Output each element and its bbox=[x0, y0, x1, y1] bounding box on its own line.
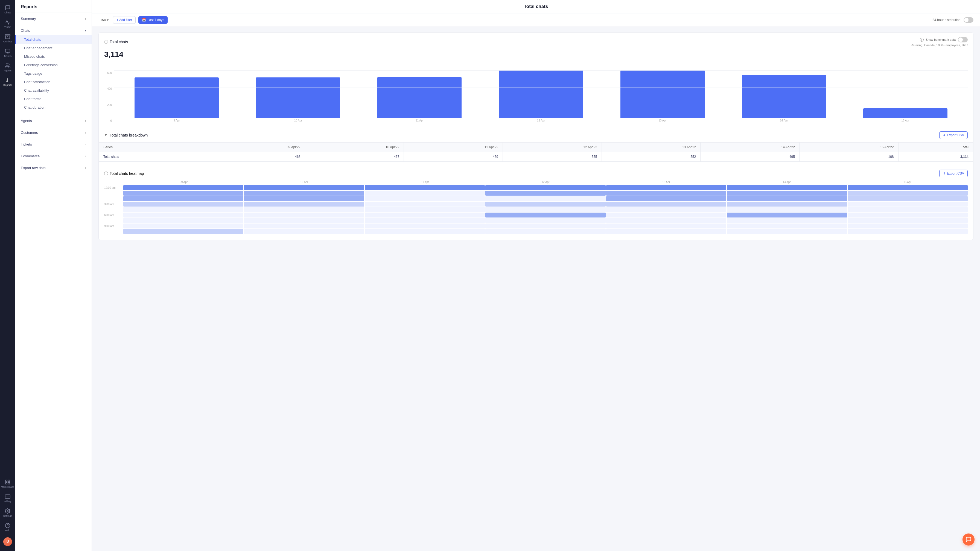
total-chats-title: i Total chats bbox=[104, 40, 128, 44]
nav-sub-item-missed-chats[interactable]: Missed chats bbox=[15, 52, 92, 61]
export-csv-button[interactable]: ⬇ Export CSV bbox=[939, 131, 968, 139]
bar-13-apr[interactable]: 13 Apr bbox=[602, 70, 723, 122]
heatmap-row-12am-1: 12:00 am bbox=[104, 185, 968, 190]
bar-9-apr[interactable]: 9 Apr bbox=[116, 70, 237, 122]
sidebar-item-tickets[interactable]: Tickets bbox=[1, 46, 14, 60]
nav-item-export-raw-data[interactable]: Export raw data › bbox=[15, 163, 92, 173]
chevron-right-icon: › bbox=[85, 119, 86, 123]
svg-point-5 bbox=[6, 64, 8, 66]
nav-section-tickets: Tickets › bbox=[15, 139, 92, 150]
col-13apr: 13 Apr'22 bbox=[601, 143, 700, 152]
svg-point-15 bbox=[7, 511, 8, 512]
sidebar-item-agents[interactable]: Agents bbox=[1, 61, 14, 74]
chevron-right-icon: › bbox=[85, 131, 86, 135]
page-title: Total chats bbox=[92, 0, 980, 13]
col-14apr: 14 Apr'22 bbox=[700, 143, 800, 152]
chat-fab-button[interactable] bbox=[963, 533, 975, 546]
nav-item-chats-header[interactable]: Chats ‹ bbox=[15, 26, 92, 35]
sidebar-item-traffic[interactable]: Traffic bbox=[1, 17, 14, 31]
chats-sub-items: Total chats Chat engagement Missed chats… bbox=[15, 35, 92, 114]
nav-item-customers[interactable]: Customers › bbox=[15, 128, 92, 137]
benchmark-info-icon[interactable]: i bbox=[920, 38, 924, 41]
bar-12-apr[interactable]: 12 Apr bbox=[481, 70, 601, 122]
chevron-down-icon: ‹ bbox=[85, 29, 86, 33]
heatmap-col-headers: 09 Apr 10 Apr 11 Apr 12 Apr 13 Apr 14 Ap… bbox=[123, 181, 968, 185]
add-filter-button[interactable]: + Add filter bbox=[113, 16, 135, 24]
nav-sub-item-chat-engagement[interactable]: Chat engagement bbox=[15, 44, 92, 52]
total-chats-card: i Total chats i Show benchmark data Reta… bbox=[99, 32, 974, 240]
sidebar-item-chats[interactable]: Chats bbox=[1, 3, 14, 16]
heatmap-row-9am-1: 9:00 am bbox=[104, 223, 968, 228]
nav-sub-item-greetings-conversion[interactable]: Greetings conversion bbox=[15, 61, 92, 69]
bar-chart-container: 600 400 200 0 bbox=[99, 62, 973, 128]
nav-sub-item-chat-forms[interactable]: Chat forms bbox=[15, 95, 92, 103]
nav-sub-item-chat-satisfaction[interactable]: Chat satisfaction bbox=[15, 78, 92, 86]
svg-rect-9 bbox=[6, 480, 7, 482]
heatmap-row-12am-2 bbox=[104, 191, 968, 196]
svg-rect-2 bbox=[5, 49, 10, 53]
bar-11-apr[interactable]: 11 Apr bbox=[359, 70, 480, 122]
collapse-icon: ▼ bbox=[104, 133, 107, 137]
nav-item-ecommerce[interactable]: Ecommerce › bbox=[15, 151, 92, 161]
svg-point-16 bbox=[5, 523, 10, 528]
heatmap-row-6am-2 bbox=[104, 218, 968, 223]
bar-10-apr[interactable]: 10 Apr bbox=[238, 70, 358, 122]
nav-section-ecommerce: Ecommerce › bbox=[15, 150, 92, 162]
nav-item-agents[interactable]: Agents › bbox=[15, 116, 92, 126]
svg-rect-0 bbox=[5, 35, 10, 36]
nav-item-tickets[interactable]: Tickets › bbox=[15, 140, 92, 149]
total-chats-info-icon[interactable]: i bbox=[104, 40, 108, 44]
sidebar-item-billing[interactable]: Billing bbox=[1, 492, 14, 505]
table-row: Total chats 468 467 469 555 552 495 108 … bbox=[99, 152, 973, 162]
chevron-right-icon: › bbox=[85, 154, 86, 158]
date-filter-button[interactable]: 📅 Last 7 days bbox=[138, 16, 168, 24]
left-navigation: Reports Summary › Chats ‹ Total chats Ch… bbox=[15, 0, 92, 551]
chevron-right-icon: › bbox=[85, 166, 86, 170]
sidebar-item-help[interactable]: Help bbox=[1, 521, 14, 534]
col-12apr: 12 Apr'22 bbox=[503, 143, 602, 152]
col-total: Total bbox=[898, 143, 973, 152]
nav-section-agents: Agents › bbox=[15, 115, 92, 127]
svg-rect-13 bbox=[5, 495, 10, 498]
sidebar-item-settings[interactable]: Settings bbox=[1, 506, 14, 519]
breakdown-table: Series 09 Apr'22 10 Apr'22 11 Apr'22 12 … bbox=[99, 142, 973, 162]
col-11apr: 11 Apr'22 bbox=[404, 143, 503, 152]
breakdown-header[interactable]: ▼ Total chats breakdown ⬇ Export CSV bbox=[99, 128, 973, 142]
nav-sub-item-chat-duration[interactable]: Chat duration bbox=[15, 103, 92, 111]
nav-item-summary[interactable]: Summary › bbox=[15, 14, 92, 24]
nav-sub-item-tags-usage[interactable]: Tags usage bbox=[15, 69, 92, 78]
nav-sub-item-chat-availability[interactable]: Chat availability bbox=[15, 86, 92, 95]
nav-section-export: Export raw data › bbox=[15, 162, 92, 174]
bar-15-apr[interactable]: 15 Apr bbox=[845, 70, 966, 122]
benchmark-toggle[interactable] bbox=[958, 37, 968, 42]
sidebar-item-marketplace[interactable]: Marketplace bbox=[1, 477, 14, 490]
nav-section-summary: Summary › bbox=[15, 13, 92, 25]
benchmark-info: Retailing, Canada, 1000+ employees, B2C bbox=[911, 43, 968, 47]
total-chats-card-header: i Total chats i Show benchmark data Reta… bbox=[99, 33, 973, 49]
col-10apr: 10 Apr'22 bbox=[305, 143, 404, 152]
sidebar-item-archives[interactable]: Archives bbox=[1, 32, 14, 45]
heatmap-row-3am-2 bbox=[104, 207, 968, 212]
download-icon: ⬇ bbox=[943, 133, 945, 137]
heatmap-export-csv-button[interactable]: ⬇ Export CSV bbox=[939, 170, 968, 177]
sidebar-item-reports[interactable]: Reports bbox=[1, 75, 14, 89]
nav-sub-item-total-chats[interactable]: Total chats bbox=[15, 35, 92, 44]
calendar-icon: 📅 bbox=[142, 18, 146, 22]
bar-14-apr[interactable]: 14 Apr bbox=[724, 70, 844, 122]
distribution-toggle[interactable] bbox=[964, 17, 974, 23]
filter-right-controls: 24-hour distribution: bbox=[932, 17, 974, 23]
benchmark-row: i Show benchmark data bbox=[920, 37, 968, 42]
distribution-label: 24-hour distribution: bbox=[932, 18, 961, 22]
chevron-right-icon: › bbox=[85, 17, 86, 21]
svg-rect-12 bbox=[6, 483, 7, 484]
col-series: Series bbox=[99, 143, 206, 152]
left-nav-title: Reports bbox=[15, 0, 92, 13]
total-chats-value: 3,114 bbox=[99, 49, 973, 62]
col-15apr: 15 Apr'22 bbox=[799, 143, 898, 152]
heatmap-title: i Total chats heatmap bbox=[104, 171, 144, 176]
heatmap-info-icon[interactable]: i bbox=[104, 172, 108, 175]
content-scroll: i Total chats i Show benchmark data Reta… bbox=[92, 27, 980, 551]
heatmap-row-6am-1: 6:00 am bbox=[104, 213, 968, 218]
heatmap-row-9am-2 bbox=[104, 229, 968, 234]
user-avatar-icon[interactable]: U bbox=[1, 535, 14, 548]
